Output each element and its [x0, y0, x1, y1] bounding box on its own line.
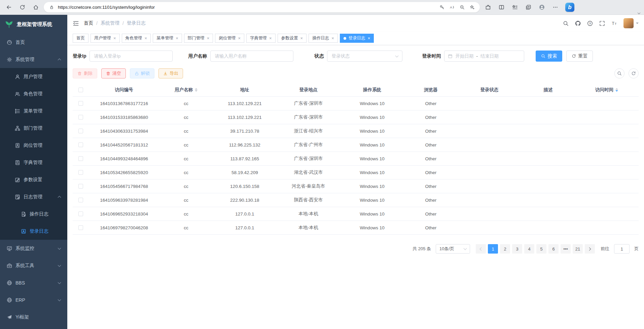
tab[interactable]: 操作日志×	[309, 34, 338, 43]
extensions-icon[interactable]	[482, 2, 493, 13]
page-button[interactable]: 2	[500, 244, 510, 254]
font-size-icon[interactable]: TT	[611, 21, 617, 26]
sidebar-item[interactable]: Yi框架	[0, 308, 67, 326]
goto-page-input[interactable]	[614, 244, 630, 254]
more-pages-button[interactable]: •••	[561, 244, 571, 254]
next-page-button[interactable]	[585, 244, 595, 254]
user-avatar[interactable]	[623, 18, 634, 28]
delete-button[interactable]: 删除	[73, 68, 97, 78]
close-icon[interactable]: ×	[300, 36, 303, 40]
row-checkbox[interactable]	[78, 142, 83, 147]
column-header[interactable]: 用户名称	[159, 87, 213, 93]
page-button[interactable]: 6	[548, 244, 559, 254]
sidebar-item[interactable]: ERP	[0, 291, 67, 308]
prev-page-button[interactable]	[476, 244, 486, 254]
password-key-icon[interactable]	[438, 4, 445, 11]
export-button[interactable]: 导出	[158, 68, 183, 78]
status-select[interactable]: 登录状态	[327, 51, 402, 62]
address-bar[interactable]: https://ccnetcore.com:1101/system/log/lo…	[44, 2, 480, 12]
tab[interactable]: 角色管理×	[122, 34, 151, 43]
tab[interactable]: 菜单管理×	[153, 34, 182, 43]
sidebar-item[interactable]: 登录日志	[0, 223, 67, 240]
sidebar-item[interactable]: 日志管理	[0, 188, 67, 205]
row-checkbox[interactable]	[78, 156, 83, 161]
home-icon[interactable]	[30, 2, 41, 13]
row-checkbox[interactable]	[78, 101, 83, 106]
sidebar-item[interactable]: 用户管理	[0, 68, 67, 85]
close-icon[interactable]: ×	[331, 36, 334, 40]
sidebar-item[interactable]: 字典管理	[0, 154, 67, 171]
close-icon[interactable]: ×	[207, 36, 210, 40]
reset-button[interactable]: 重置	[566, 51, 593, 62]
row-checkbox[interactable]	[78, 115, 83, 120]
bing-sidebar-icon[interactable]: b	[565, 3, 574, 12]
tab[interactable]: 字典管理×	[246, 34, 276, 43]
tab[interactable]: 用户管理×	[91, 34, 120, 43]
sidebar-item[interactable]: 菜单管理	[0, 102, 67, 120]
page-button[interactable]: 4	[524, 244, 534, 254]
user-menu[interactable]	[623, 18, 639, 28]
profile-avatar-icon[interactable]	[536, 2, 547, 13]
chevron-down-icon[interactable]	[638, 11, 640, 14]
close-icon[interactable]: ×	[238, 36, 241, 40]
url-text[interactable]: https://ccnetcore.com:1101/system/log/lo…	[58, 5, 435, 10]
sidebar-item[interactable]: 岗位管理	[0, 137, 67, 154]
app-logo[interactable]: 意框架管理系统	[0, 15, 67, 34]
clear-button[interactable]: 清空	[101, 68, 126, 78]
tab[interactable]: 部门管理×	[184, 34, 213, 43]
sidebar-item[interactable]: 系统监控	[0, 240, 67, 257]
row-checkbox[interactable]	[78, 184, 83, 189]
sidebar-item[interactable]: 系统工具	[0, 257, 67, 274]
user-name-input[interactable]	[210, 51, 293, 62]
page-button[interactable]: 1	[488, 244, 498, 254]
back-icon[interactable]	[3, 2, 14, 13]
close-icon[interactable]: ×	[176, 36, 178, 40]
sidebar-item[interactable]: 参数设置	[0, 171, 67, 188]
sidebar-item[interactable]: BBS	[0, 274, 67, 291]
tab[interactable]: 首页	[73, 34, 88, 43]
tab[interactable]: 岗位管理×	[215, 34, 244, 43]
tab[interactable]: 参数设置×	[278, 34, 307, 43]
collapse-sidebar-icon[interactable]	[73, 20, 79, 27]
row-checkbox[interactable]	[78, 198, 83, 202]
sidebar-item[interactable]: 系统管理	[0, 51, 67, 68]
login-ip-input[interactable]	[90, 51, 173, 62]
page-button[interactable]: 5	[536, 244, 546, 254]
help-icon[interactable]: ?	[587, 21, 593, 26]
read-aloud-icon[interactable]: A	[448, 4, 456, 11]
split-screen-icon[interactable]	[496, 2, 507, 13]
sidebar-item[interactable]: 操作日志	[0, 205, 67, 223]
search-button[interactable]: 搜索	[536, 51, 562, 62]
tab[interactable]: 登录日志×	[340, 34, 374, 43]
row-checkbox[interactable]	[78, 225, 83, 230]
settings-menu-icon[interactable]	[550, 2, 561, 13]
breadcrumb-parent[interactable]: 系统管理	[101, 20, 119, 26]
close-icon[interactable]: ×	[113, 36, 116, 40]
sidebar-item[interactable]: 角色管理	[0, 85, 67, 102]
select-all-checkbox[interactable]	[78, 88, 83, 92]
refresh-table-icon[interactable]	[629, 68, 639, 78]
close-icon[interactable]: ×	[145, 36, 147, 40]
date-range-picker[interactable]: 开始日期 - 结束日期	[444, 51, 524, 62]
page-button[interactable]: 21	[573, 244, 583, 254]
sort-carets-icon[interactable]	[615, 88, 618, 92]
row-checkbox[interactable]	[78, 170, 83, 175]
github-icon[interactable]	[575, 21, 581, 26]
collections-icon[interactable]	[523, 2, 534, 13]
show-search-icon[interactable]	[614, 68, 624, 78]
close-icon[interactable]: ×	[269, 36, 272, 40]
page-size-select[interactable]: 10条/页	[436, 244, 470, 254]
breadcrumb-home[interactable]: 首页	[84, 20, 93, 26]
unlock-button[interactable]: 解锁	[130, 68, 154, 78]
reload-icon[interactable]	[17, 2, 28, 13]
row-checkbox[interactable]	[78, 129, 83, 133]
sidebar-item[interactable]: 部门管理	[0, 120, 67, 137]
fullscreen-icon[interactable]	[599, 21, 605, 26]
column-header[interactable]: 访问时间	[575, 87, 639, 93]
row-checkbox[interactable]	[78, 211, 83, 216]
page-button[interactable]: 3	[512, 244, 522, 254]
favorite-star-icon[interactable]	[468, 4, 476, 11]
sort-carets-icon[interactable]	[195, 88, 198, 92]
favorites-bar-icon[interactable]	[509, 2, 520, 13]
zoom-out-icon[interactable]	[458, 4, 466, 11]
